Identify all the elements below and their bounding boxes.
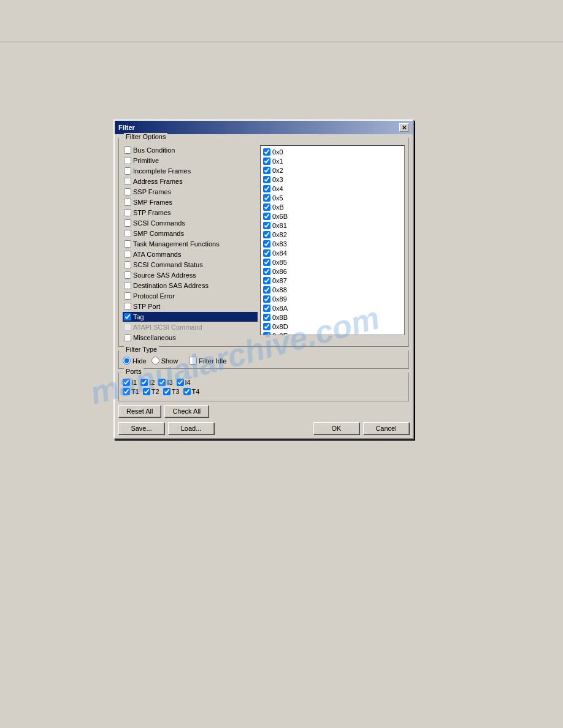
scsi-commands-checkbox[interactable] [124,219,131,227]
hex-checkbox[interactable] [263,295,270,303]
checkbox-miscellaneous[interactable]: Miscellaneous [123,333,258,343]
hex-item[interactable]: 0x3 [262,175,403,184]
incomplete-frames-checkbox[interactable] [124,167,131,175]
cancel-button[interactable]: Cancel [363,422,409,434]
port-t4[interactable]: T4 [183,388,200,395]
radio-hide[interactable]: Hide [123,357,147,365]
hex-checkbox[interactable] [263,323,270,330]
hex-item[interactable]: 0x88 [262,285,403,294]
hex-checkbox[interactable] [263,314,270,321]
hex-checkbox[interactable] [263,305,270,312]
hex-checkbox[interactable] [263,157,270,165]
checkbox-tag[interactable]: Tag [123,312,258,322]
hex-item[interactable]: 0x84 [262,248,403,257]
hide-radio[interactable] [123,357,131,365]
checkbox-scsi-commands[interactable]: SCSI Commands [123,218,258,228]
checkbox-incomplete-frames[interactable]: Incomplete Frames [123,166,258,176]
scsi-cmd-status-checkbox[interactable] [124,261,131,268]
i3-checkbox[interactable] [158,379,166,386]
smp-commands-checkbox[interactable] [124,230,131,237]
hex-item[interactable]: 0x5 [262,193,403,202]
hex-checkbox[interactable] [263,185,270,192]
hex-checkbox[interactable] [263,222,270,229]
i2-checkbox[interactable] [140,379,148,386]
hex-checkbox[interactable] [263,194,270,202]
hex-checkbox[interactable] [263,213,270,220]
hex-checkbox[interactable] [263,148,270,156]
stp-port-checkbox[interactable] [124,303,131,310]
hex-item[interactable]: 0xB [262,202,403,211]
checkbox-address-frames[interactable]: Address Frames [123,176,258,186]
hex-checkbox[interactable] [263,167,270,174]
ssp-frames-checkbox[interactable] [124,188,131,195]
checkbox-source-sas[interactable]: Source SAS Address [123,270,258,280]
i1-checkbox[interactable] [123,379,130,386]
close-button[interactable]: ✕ [399,123,409,132]
reset-all-button[interactable]: Reset All [118,405,161,417]
hex-item[interactable]: 0x85 [262,257,403,267]
protocol-error-checkbox[interactable] [124,292,131,300]
hex-list[interactable]: 0x00x10x20x30x40x50xB0x6B0x810x820x830x8… [261,146,404,335]
check-all-button[interactable]: Check All [164,405,209,417]
hex-checkbox[interactable] [263,231,270,238]
checkbox-ata-commands[interactable]: ATA Commands [123,249,258,259]
smp-frames-checkbox[interactable] [124,199,131,206]
load-button[interactable]: Load... [168,422,214,434]
hex-checkbox[interactable] [263,277,270,284]
port-t1[interactable]: T1 [123,388,139,395]
hex-item[interactable]: 0x86 [262,267,403,276]
hex-checkbox[interactable] [263,259,270,266]
miscellaneous-checkbox[interactable] [124,334,131,341]
checkbox-stp-frames[interactable]: STP Frames [123,208,258,218]
hex-item[interactable]: 0x82 [262,230,403,239]
address-frames-checkbox[interactable] [124,178,131,185]
checkbox-bus-condition[interactable]: Bus Condition [123,145,258,155]
t2-checkbox[interactable] [143,388,150,395]
hex-item[interactable]: 0x8D [262,322,403,331]
hex-item[interactable]: 0x2 [262,165,403,175]
hex-item[interactable]: 0x87 [262,276,403,285]
hex-checkbox[interactable] [263,332,270,335]
hex-checkbox[interactable] [263,286,270,294]
port-t2[interactable]: T2 [143,388,159,395]
port-i4[interactable]: I4 [177,379,191,386]
port-i3[interactable]: I3 [158,379,172,386]
hex-checkbox[interactable] [263,249,270,257]
hex-item[interactable]: 0x8B [262,313,403,322]
filter-idle-checkbox[interactable] [189,357,197,365]
stp-frames-checkbox[interactable] [124,209,131,216]
bus-condition-checkbox[interactable] [124,146,131,154]
filter-idle-container[interactable]: Filter Idle [189,357,226,365]
checkbox-scsi-cmd-status[interactable]: SCSI Command Status [123,260,258,270]
task-mgmt-checkbox[interactable] [124,240,131,248]
checkbox-task-mgmt[interactable]: Task Management Functions [123,239,258,249]
checkbox-smp-frames[interactable]: SMP Frames [123,197,258,207]
hex-item[interactable]: 0x8E [262,331,403,335]
hex-checkbox[interactable] [263,176,270,183]
t1-checkbox[interactable] [123,388,130,395]
hex-item[interactable]: 0x81 [262,221,403,230]
i4-checkbox[interactable] [177,379,184,386]
port-i2[interactable]: I2 [140,379,155,386]
show-radio[interactable] [151,357,159,365]
checkbox-primitive[interactable]: Primitive [123,156,258,165]
hex-item[interactable]: 0x1 [262,156,403,165]
port-t3[interactable]: T3 [163,388,180,395]
checkbox-smp-commands[interactable]: SMP Commands [123,229,258,238]
radio-show[interactable]: Show [151,357,178,365]
hex-item[interactable]: 0x83 [262,239,403,248]
hex-item[interactable]: 0x0 [262,147,403,156]
hex-checkbox[interactable] [263,240,270,248]
checkbox-ssp-frames[interactable]: SSP Frames [123,187,258,197]
checkbox-protocol-error[interactable]: Protocol Error [123,291,258,301]
primitive-checkbox[interactable] [124,157,131,164]
hex-item[interactable]: 0x89 [262,294,403,303]
t4-checkbox[interactable] [183,388,191,395]
checkbox-stp-port[interactable]: STP Port [123,301,258,311]
t3-checkbox[interactable] [163,388,170,395]
source-sas-checkbox[interactable] [124,271,131,279]
dest-sas-checkbox[interactable] [124,282,131,289]
hex-item[interactable]: 0x8A [262,303,403,313]
hex-checkbox[interactable] [263,268,270,275]
hex-item[interactable]: 0x6B [262,211,403,221]
